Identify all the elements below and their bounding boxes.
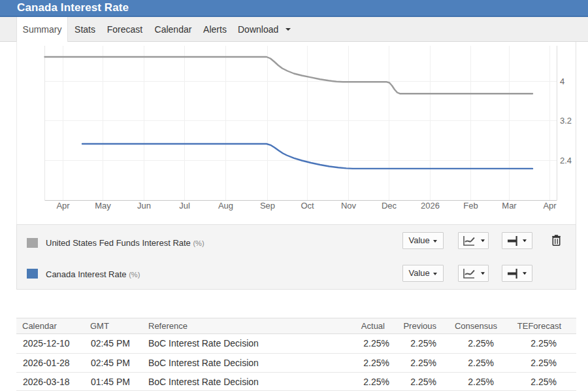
svg-text:2026: 2026: [421, 201, 440, 211]
svg-text:Apr: Apr: [56, 201, 70, 211]
svg-text:Dec: Dec: [382, 201, 397, 211]
svg-text:2.4: 2.4: [560, 156, 572, 165]
svg-text:Nov: Nov: [341, 201, 357, 211]
svg-text:Apr: Apr: [543, 201, 557, 211]
svg-text:Oct: Oct: [301, 201, 314, 211]
svg-text:Jul: Jul: [179, 201, 190, 211]
svg-text:Aug: Aug: [218, 201, 233, 211]
svg-text:Feb: Feb: [463, 201, 478, 211]
svg-text:Jun: Jun: [137, 201, 151, 211]
svg-text:4: 4: [560, 76, 564, 86]
svg-text:Sep: Sep: [260, 201, 275, 211]
svg-text:May: May: [95, 201, 111, 211]
svg-text:3.2: 3.2: [560, 116, 572, 126]
svg-text:Mar: Mar: [502, 201, 517, 211]
